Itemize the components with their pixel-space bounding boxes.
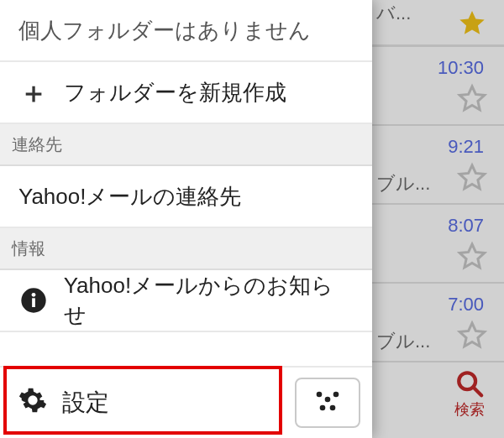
section-header-info: 情報 xyxy=(0,228,372,270)
drawer-bottom-bar: 設定 xyxy=(0,366,372,438)
mail-subject-snippet: ブル... xyxy=(376,171,430,196)
section-header-contacts: 連絡先 xyxy=(0,124,372,166)
svg-point-9 xyxy=(330,405,336,411)
no-folder-label: 個人フォルダーはありません xyxy=(18,16,311,45)
theme-icon xyxy=(311,388,344,418)
mail-time: 9:21 xyxy=(448,136,484,158)
settings-button[interactable]: 設定 xyxy=(0,368,290,438)
theme-button[interactable] xyxy=(295,378,360,428)
mail-time: 8:07 xyxy=(448,215,484,237)
search-label: 検索 xyxy=(444,399,495,420)
new-folder-button[interactable]: ＋ フォルダーを新規作成 xyxy=(0,62,372,124)
nav-drawer: 個人フォルダーはありません ＋ フォルダーを新規作成 連絡先 Yahoo!メール… xyxy=(0,0,372,438)
star-outline-icon[interactable] xyxy=(457,163,487,193)
contacts-label: Yahoo!メールの連絡先 xyxy=(18,182,241,211)
no-personal-folders: 個人フォルダーはありません xyxy=(0,0,372,62)
svg-point-7 xyxy=(333,392,339,398)
svg-point-6 xyxy=(325,397,331,403)
plus-icon: ＋ xyxy=(18,78,49,107)
info-item[interactable]: Yahoo!メールからのお知らせ xyxy=(0,270,372,332)
settings-label: 設定 xyxy=(62,387,109,419)
svg-point-4 xyxy=(31,293,35,297)
contacts-item[interactable]: Yahoo!メールの連絡先 xyxy=(0,166,372,228)
search-button[interactable]: 検索 xyxy=(444,369,495,431)
svg-point-5 xyxy=(317,392,323,398)
section-info-label: 情報 xyxy=(12,237,45,260)
info-label: Yahoo!メールからのお知らせ xyxy=(64,271,354,330)
star-outline-icon[interactable] xyxy=(457,84,487,114)
mail-subject-snippet: バ... xyxy=(376,1,411,26)
mail-subject-snippet: ブル... xyxy=(376,329,430,354)
mail-time: 10:30 xyxy=(438,57,484,79)
svg-rect-3 xyxy=(32,298,35,307)
section-contacts-label: 連絡先 xyxy=(12,133,62,156)
svg-point-8 xyxy=(320,405,326,411)
gear-icon xyxy=(18,386,47,420)
star-outline-icon[interactable] xyxy=(457,321,487,351)
svg-line-1 xyxy=(473,387,481,395)
info-icon xyxy=(18,287,49,314)
star-filled-icon[interactable] xyxy=(457,8,487,39)
star-outline-icon[interactable] xyxy=(457,242,487,272)
new-folder-label: フォルダーを新規作成 xyxy=(64,78,286,107)
mail-time: 7:00 xyxy=(448,294,484,315)
